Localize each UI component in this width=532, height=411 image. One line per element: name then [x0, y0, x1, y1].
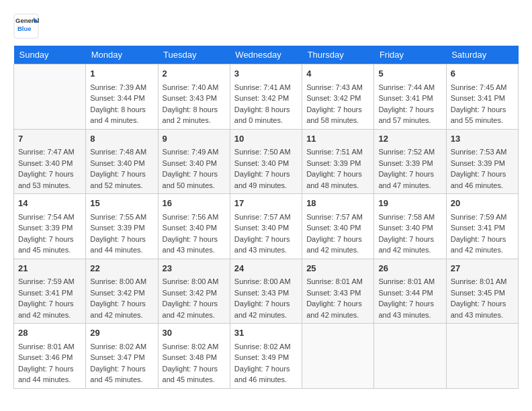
- day-number: 26: [378, 262, 441, 275]
- day-cell: 17Sunrise: 7:57 AMSunset: 3:40 PMDayligh…: [230, 194, 302, 259]
- day-number: 21: [18, 262, 81, 275]
- daylight-text: Daylight: 7 hours and 50 minutes.: [163, 169, 226, 191]
- sunrise-text: Sunrise: 8:02 AM: [90, 341, 153, 353]
- week-row-4: 21Sunrise: 7:59 AMSunset: 3:41 PMDayligh…: [14, 259, 519, 324]
- sunset-text: Sunset: 3:41 PM: [451, 222, 514, 234]
- sunrise-text: Sunrise: 7:50 AM: [234, 146, 298, 158]
- daylight-text: Daylight: 7 hours and 46 minutes.: [451, 169, 514, 191]
- sunset-text: Sunset: 3:42 PM: [163, 287, 226, 299]
- day-number: 31: [234, 326, 298, 340]
- sunset-text: Sunset: 3:46 PM: [18, 352, 81, 363]
- sunrise-text: Sunrise: 7:59 AM: [18, 276, 81, 287]
- day-number: 10: [234, 132, 298, 146]
- sunset-text: Sunset: 3:42 PM: [306, 93, 369, 104]
- day-number: 11: [306, 132, 369, 146]
- sunset-text: Sunset: 3:47 PM: [90, 352, 153, 363]
- day-number: 7: [18, 132, 81, 146]
- daylight-text: Daylight: 7 hours and 52 minutes.: [90, 169, 153, 191]
- daylight-text: Daylight: 7 hours and 42 minutes.: [234, 298, 298, 320]
- day-cell: 21Sunrise: 7:59 AMSunset: 3:41 PMDayligh…: [14, 259, 86, 324]
- day-cell: 4Sunrise: 7:43 AMSunset: 3:42 PMDaylight…: [302, 64, 374, 130]
- day-cell: 15Sunrise: 7:55 AMSunset: 3:39 PMDayligh…: [86, 194, 158, 259]
- sunrise-text: Sunrise: 8:02 AM: [163, 341, 226, 353]
- page-header: General Blue: [13, 13, 519, 39]
- sunset-text: Sunset: 3:39 PM: [378, 158, 441, 169]
- daylight-text: Daylight: 7 hours and 55 minutes.: [451, 104, 514, 126]
- sunset-text: Sunset: 3:40 PM: [18, 158, 81, 169]
- day-number: 14: [18, 197, 81, 210]
- sunrise-text: Sunrise: 7:47 AM: [18, 146, 81, 158]
- sunset-text: Sunset: 3:39 PM: [451, 158, 514, 169]
- sunset-text: Sunset: 3:49 PM: [234, 352, 298, 363]
- logo-icon: General Blue: [13, 13, 39, 39]
- sunset-text: Sunset: 3:39 PM: [90, 222, 153, 234]
- sunrise-text: Sunrise: 8:00 AM: [163, 276, 226, 287]
- day-number: 12: [378, 132, 441, 146]
- day-number: 13: [451, 132, 514, 146]
- sunset-text: Sunset: 3:45 PM: [451, 287, 514, 299]
- sunrise-text: Sunrise: 7:56 AM: [163, 212, 226, 223]
- calendar-header: SundayMondayTuesdayWednesdayThursdayFrid…: [14, 46, 519, 64]
- sunrise-text: Sunrise: 8:01 AM: [451, 276, 514, 287]
- sunset-text: Sunset: 3:39 PM: [306, 158, 369, 169]
- week-row-2: 7Sunrise: 7:47 AMSunset: 3:40 PMDaylight…: [14, 129, 519, 194]
- sunrise-text: Sunrise: 7:49 AM: [163, 146, 226, 158]
- day-cell: 29Sunrise: 8:02 AMSunset: 3:47 PMDayligh…: [86, 324, 158, 389]
- day-number: 24: [234, 262, 298, 275]
- sunset-text: Sunset: 3:48 PM: [163, 352, 226, 363]
- day-cell: 16Sunrise: 7:56 AMSunset: 3:40 PMDayligh…: [158, 194, 230, 259]
- sunset-text: Sunset: 3:44 PM: [378, 287, 441, 299]
- day-number: 16: [163, 197, 226, 210]
- sunrise-text: Sunrise: 8:00 AM: [234, 276, 298, 287]
- header-cell-tuesday: Tuesday: [158, 46, 230, 64]
- day-number: 5: [378, 67, 441, 81]
- sunset-text: Sunset: 3:43 PM: [163, 93, 226, 104]
- day-cell: 18Sunrise: 7:57 AMSunset: 3:40 PMDayligh…: [302, 194, 374, 259]
- day-cell: 31Sunrise: 8:02 AMSunset: 3:49 PMDayligh…: [230, 324, 302, 389]
- day-cell: [14, 64, 86, 130]
- sunrise-text: Sunrise: 7:59 AM: [451, 212, 514, 223]
- day-cell: 7Sunrise: 7:47 AMSunset: 3:40 PMDaylight…: [14, 129, 86, 194]
- sunrise-text: Sunrise: 7:40 AM: [163, 82, 226, 93]
- daylight-text: Daylight: 7 hours and 45 minutes.: [90, 363, 153, 385]
- day-cell: 12Sunrise: 7:52 AMSunset: 3:39 PMDayligh…: [374, 129, 446, 194]
- sunrise-text: Sunrise: 7:48 AM: [90, 146, 153, 158]
- sunrise-text: Sunrise: 8:01 AM: [378, 276, 441, 287]
- day-cell: 13Sunrise: 7:53 AMSunset: 3:39 PMDayligh…: [446, 129, 518, 194]
- day-number: 8: [90, 132, 153, 146]
- day-cell: 14Sunrise: 7:54 AMSunset: 3:39 PMDayligh…: [14, 194, 86, 259]
- sunrise-text: Sunrise: 7:44 AM: [378, 82, 441, 93]
- header-cell-sunday: Sunday: [14, 46, 86, 64]
- week-row-3: 14Sunrise: 7:54 AMSunset: 3:39 PMDayligh…: [14, 194, 519, 259]
- daylight-text: Daylight: 7 hours and 42 minutes.: [451, 234, 514, 256]
- week-row-5: 28Sunrise: 8:01 AMSunset: 3:46 PMDayligh…: [14, 324, 519, 389]
- day-number: 6: [451, 67, 514, 81]
- week-row-1: 1Sunrise: 7:39 AMSunset: 3:44 PMDaylight…: [14, 64, 519, 130]
- day-cell: 3Sunrise: 7:41 AMSunset: 3:42 PMDaylight…: [230, 64, 302, 130]
- sunrise-text: Sunrise: 7:55 AM: [90, 212, 153, 223]
- daylight-text: Daylight: 7 hours and 42 minutes.: [18, 298, 81, 320]
- sunset-text: Sunset: 3:40 PM: [163, 222, 226, 234]
- sunrise-text: Sunrise: 7:57 AM: [234, 212, 298, 223]
- sunset-text: Sunset: 3:43 PM: [306, 287, 369, 299]
- sunset-text: Sunset: 3:40 PM: [163, 158, 226, 169]
- daylight-text: Daylight: 7 hours and 49 minutes.: [234, 169, 298, 191]
- daylight-text: Daylight: 7 hours and 43 minutes.: [451, 298, 514, 320]
- sunrise-text: Sunrise: 8:00 AM: [90, 276, 153, 287]
- day-number: 15: [90, 197, 153, 210]
- sunrise-text: Sunrise: 7:52 AM: [378, 146, 441, 158]
- day-number: 3: [234, 67, 298, 81]
- day-number: 23: [163, 262, 226, 275]
- day-cell: [374, 324, 446, 389]
- header-cell-saturday: Saturday: [446, 46, 518, 64]
- day-number: 27: [451, 262, 514, 275]
- daylight-text: Daylight: 7 hours and 42 minutes.: [306, 298, 369, 320]
- daylight-text: Daylight: 7 hours and 46 minutes.: [234, 363, 298, 385]
- daylight-text: Daylight: 7 hours and 53 minutes.: [18, 169, 81, 191]
- svg-text:Blue: Blue: [17, 25, 32, 32]
- sunrise-text: Sunrise: 7:57 AM: [306, 212, 369, 223]
- sunset-text: Sunset: 3:42 PM: [234, 93, 298, 104]
- sunset-text: Sunset: 3:40 PM: [234, 158, 298, 169]
- daylight-text: Daylight: 7 hours and 45 minutes.: [18, 234, 81, 256]
- header-cell-thursday: Thursday: [302, 46, 374, 64]
